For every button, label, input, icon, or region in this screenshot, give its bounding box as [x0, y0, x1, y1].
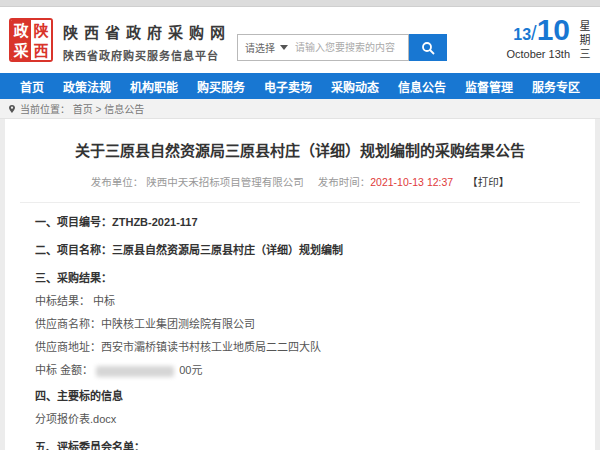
attachment-doc-link[interactable]: 分项报价表.docx [35, 412, 565, 426]
logo-char-shan: 陕 [31, 20, 51, 40]
search-select-label: 请选择 [245, 40, 275, 55]
site-titles: 陕西省政府采购网 陕西省政府购买服务信息平台 [63, 21, 231, 63]
site-subtitle: 陕西省政府购买服务信息平台 [63, 47, 231, 63]
nav-item-trends[interactable]: 采购动态 [331, 78, 379, 95]
site-logo: 政 陕 采 西 [9, 18, 53, 62]
window-top-strip [0, 0, 600, 7]
search-category-select[interactable]: 请选择 [238, 40, 295, 55]
publisher-text: 发布单位： 陕西中天禾招标项目管理有限公司 [91, 176, 304, 188]
nav-item-policies[interactable]: 政策法规 [63, 78, 111, 95]
supplier-name-line: 供应商名称：中陕核工业集团测绘院有限公司 [35, 317, 565, 331]
header-divider [20, 202, 580, 203]
site-header: 政 陕 采 西 陕西省政府采购网 陕西省政府购买服务信息平台 请选择 13/10 [0, 7, 600, 73]
breadcrumb: 当前位置： 首页 > 信息公告 [0, 99, 600, 119]
logo-char-xi: 西 [31, 40, 51, 60]
chevron-down-icon [280, 45, 288, 50]
redacted-amount [96, 366, 174, 377]
date-english: October 13th [506, 48, 570, 60]
nav-item-emall[interactable]: 电子卖场 [264, 78, 312, 95]
location-pin-icon [8, 105, 16, 113]
print-button[interactable]: 【打印】 [467, 176, 509, 188]
logo-char-cai: 采 [11, 40, 31, 60]
award-amount-suffix: 00元 [179, 364, 202, 376]
search-button[interactable] [409, 34, 447, 61]
date-widget: 13/10 October 13th 星期三 [506, 17, 592, 62]
date-numbers: 13/10 [506, 17, 570, 48]
date-month: 10 [537, 13, 570, 46]
article-meta: 发布单位： 陕西中天禾招标项目管理有限公司发布时间：2021-10-13 12:… [20, 174, 580, 189]
article-card: 关于三原县自然资源局三原县村庄（详细）规划编制的采购结果公告 发布单位： 陕西中… [5, 119, 595, 450]
award-amount-line: 中标 金额： 00元 [35, 363, 565, 377]
article-content: 一、项目编号：ZTHZB-2021-117 二、项目名称：三原县自然资源局三原县… [20, 215, 580, 450]
search-box: 请选择 [237, 34, 409, 61]
date-day: 13 [513, 26, 531, 43]
site-title: 陕西省政府采购网 [63, 21, 231, 42]
bid-result-line: 中标结果： 中标 [35, 294, 565, 308]
supplier-addr-line: 供应商地址：西安市灞桥镇读书村核工业地质局二二四大队 [35, 340, 565, 354]
subject-heading: 四、主要标的信息 [35, 389, 565, 403]
project-name-line: 二、项目名称：三原县自然资源局三原县村庄（详细）规划编制 [35, 243, 565, 257]
nav-item-announcements[interactable]: 信息公告 [398, 78, 446, 95]
nav-item-supervision[interactable]: 监督管理 [465, 78, 513, 95]
publish-time-label: 发布时间： [318, 176, 371, 188]
main-nav: 首页 政策法规 机构职能 购买服务 电子卖场 采购动态 信息公告 监督管理 服务… [0, 73, 600, 99]
nav-item-purchase[interactable]: 购买服务 [197, 78, 245, 95]
result-heading: 三、采购结果： [35, 271, 565, 285]
logo-char-zheng: 政 [11, 20, 31, 40]
search-bar: 请选择 [237, 34, 447, 61]
search-icon [421, 41, 435, 55]
award-amount-label: 中标 金额： [35, 364, 93, 376]
date-weekday: 星期三 [576, 17, 592, 62]
nav-item-functions[interactable]: 机构职能 [130, 78, 178, 95]
project-number-line: 一、项目编号：ZTHZB-2021-117 [35, 215, 565, 229]
nav-item-home[interactable]: 首页 [20, 78, 44, 95]
search-input[interactable] [295, 42, 408, 53]
page-title: 关于三原县自然资源局三原县村庄（详细）规划编制的采购结果公告 [20, 119, 580, 160]
publish-time: 2021-10-13 12:37 [370, 176, 453, 188]
committee-heading: 五、评标委员会名单： [35, 440, 565, 450]
breadcrumb-text[interactable]: 当前位置： 首页 > 信息公告 [20, 101, 144, 116]
nav-item-services[interactable]: 服务专区 [532, 78, 580, 95]
